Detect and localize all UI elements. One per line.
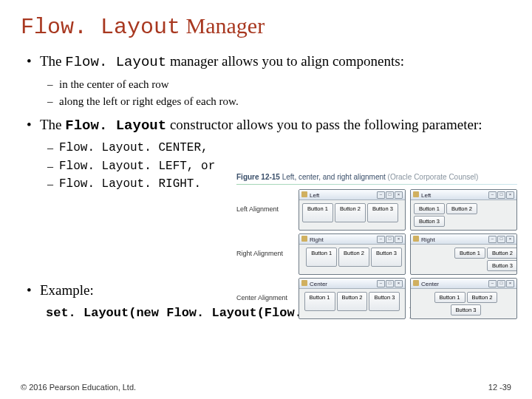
minimize-icon: – — [488, 280, 497, 287]
minimize-icon: – — [377, 280, 385, 287]
fig-row-label-center: Center Alignment — [236, 295, 294, 302]
window-center-wide: Center – □ × Button 1 Button 2 Button 3 — [299, 278, 406, 319]
close-icon: × — [506, 236, 514, 243]
minimize-icon: – — [377, 236, 385, 243]
java-icon — [413, 280, 419, 286]
page-number: 12 -39 — [488, 383, 511, 392]
maximize-icon: □ — [497, 191, 505, 199]
demo-button: Button 2 — [467, 292, 498, 303]
bullet-1-sub-2: along the left or right edges of each ro… — [59, 94, 511, 109]
window-right-wide: Right – □ × Button 1 Button 2 Button 3 — [299, 233, 406, 275]
java-icon — [413, 191, 419, 197]
minimize-icon: – — [488, 236, 497, 243]
maximize-icon: □ — [386, 191, 394, 199]
window-right-narrow: Right – □ × Button 1 Button 2 — [410, 233, 517, 275]
maximize-icon: □ — [386, 236, 394, 243]
demo-button: Button 3 — [451, 304, 482, 316]
demo-button: Button 3 — [487, 260, 517, 271]
java-icon — [301, 280, 307, 286]
demo-button: Button 3 — [369, 292, 400, 311]
window-left-narrow: Left – □ × Button 1 Button 2 — [410, 189, 517, 231]
java-icon — [301, 191, 307, 197]
demo-button: Button 3 — [367, 203, 398, 222]
maximize-icon: □ — [497, 236, 505, 243]
figure-caption: Figure 12-15 Left, center, and right ali… — [236, 173, 517, 181]
demo-button: Button 1 — [304, 292, 335, 311]
demo-button: Button 1 — [454, 248, 485, 259]
fig-row-label-left: Left Alignment — [236, 206, 294, 214]
demo-button: Button 2 — [446, 203, 477, 214]
bullet-1: The Flow. Layout manager allows you to a… — [40, 52, 511, 109]
close-icon: × — [395, 280, 403, 287]
demo-button: Button 1 — [414, 203, 445, 214]
maximize-icon: □ — [497, 280, 505, 287]
demo-button: Button 3 — [371, 248, 402, 267]
minimize-icon: – — [488, 191, 497, 199]
close-icon: × — [506, 191, 514, 199]
close-icon: × — [395, 236, 403, 243]
fig-row-label-right: Right Alignment — [236, 250, 294, 258]
demo-button: Button 1 — [302, 203, 333, 222]
bullet-2-sub-2: Flow. Layout. LEFT, or — [59, 158, 511, 174]
bullet-2-sub-1: Flow. Layout. CENTER, — [59, 140, 511, 156]
close-icon: × — [506, 280, 514, 287]
bullet-1-sub-1: in the center of each row — [59, 77, 511, 92]
window-left-wide: Left – □ × Button 1 Button 2 Button 3 — [299, 189, 406, 231]
close-icon: × — [395, 191, 403, 199]
copyright: © 2016 Pearson Education, Ltd. — [21, 383, 136, 392]
demo-button: Button 2 — [338, 248, 369, 267]
footer: © 2016 Pearson Education, Ltd. 12 -39 — [21, 383, 511, 392]
slide-title: Flow. Layout Manager — [21, 13, 511, 40]
java-icon — [301, 236, 307, 242]
demo-button: Button 2 — [487, 248, 517, 259]
demo-button: Button 1 — [434, 292, 466, 303]
demo-button: Button 3 — [414, 216, 445, 227]
maximize-icon: □ — [386, 280, 394, 287]
java-icon — [413, 236, 419, 242]
demo-button: Button 2 — [335, 203, 366, 222]
window-center-narrow: Center – □ × Button 1 Button 2 — [410, 278, 517, 319]
figure-12-15: Figure 12-15 Left, center, and right ali… — [236, 173, 517, 319]
minimize-icon: – — [377, 191, 385, 199]
demo-button: Button 1 — [306, 248, 337, 267]
demo-button: Button 2 — [337, 292, 368, 311]
